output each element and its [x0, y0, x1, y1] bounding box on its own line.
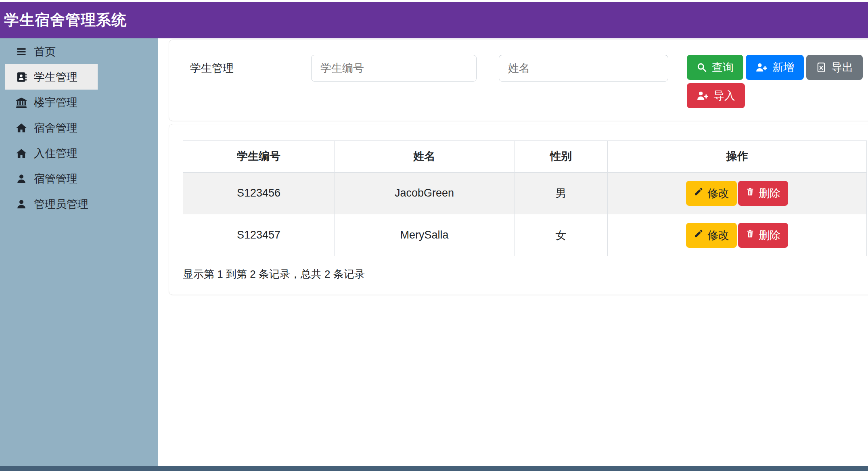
app-title: 学生宿舍管理系统 [4, 10, 127, 30]
edit-button[interactable]: 修改 [686, 223, 737, 248]
app-header: 学生宿舍管理系统 [0, 2, 868, 38]
sidebar-nav: 首页 学生管理 [0, 39, 158, 217]
pencil-icon [694, 229, 703, 241]
sidebar-item-students[interactable]: 学生管理 [5, 64, 98, 90]
search-panel: 学生管理 查询 [169, 40, 868, 121]
search-icon [696, 62, 707, 73]
student-id-input[interactable] [311, 55, 477, 82]
cell-gender: 男 [515, 172, 608, 214]
import-button[interactable]: 导入 [687, 83, 745, 108]
bars-icon [15, 46, 28, 57]
sidebar: 首页 学生管理 [0, 38, 158, 466]
name-input[interactable] [499, 55, 668, 82]
edit-button[interactable]: 修改 [686, 181, 737, 206]
user-plus-icon [696, 90, 709, 101]
delete-button[interactable]: 删除 [738, 181, 788, 206]
sidebar-item-label: 宿舍管理 [34, 121, 77, 135]
user-icon [15, 199, 28, 210]
header-gender: 性别 [515, 141, 608, 172]
sidebar-item-label: 学生管理 [34, 70, 77, 84]
bank-icon [15, 97, 28, 108]
footer-bar [0, 466, 868, 471]
file-excel-icon [816, 62, 826, 73]
header-name: 姓名 [335, 141, 515, 172]
main-content: 学生管理 查询 [158, 38, 868, 466]
address-book-icon [15, 71, 28, 83]
sidebar-item-label: 管理员管理 [34, 197, 88, 211]
user-icon [15, 173, 28, 184]
cell-name: MerySalla [335, 214, 515, 256]
sidebar-item-dorms[interactable]: 宿舍管理 [5, 115, 98, 140]
table-panel: 学生编号 姓名 性别 操作 S123456 JacobGreen 男 [169, 124, 868, 295]
students-table: 学生编号 姓名 性别 操作 S123456 JacobGreen 男 [183, 140, 867, 256]
sidebar-item-label: 宿管管理 [34, 172, 77, 186]
query-button[interactable]: 查询 [687, 55, 743, 80]
cell-student-id: S123457 [183, 214, 335, 256]
header-actions: 操作 [608, 141, 867, 172]
cell-student-id: S123456 [183, 172, 335, 214]
table-row: S123457 MerySalla 女 修改 [183, 214, 867, 256]
sidebar-item-buildings[interactable]: 楼宇管理 [5, 90, 98, 115]
cell-actions: 修改 删除 [608, 172, 867, 214]
panel-title: 学生管理 [190, 55, 311, 82]
cell-actions: 修改 删除 [608, 214, 867, 256]
sidebar-item-label: 首页 [34, 44, 56, 59]
table-row: S123456 JacobGreen 男 修改 [183, 172, 867, 214]
pencil-icon [694, 187, 703, 199]
cell-name: JacobGreen [335, 172, 515, 214]
user-plus-icon [755, 62, 768, 73]
pagination-summary: 显示第 1 到第 2 条记录，总共 2 条记录 [183, 267, 868, 281]
sidebar-item-checkin[interactable]: 入住管理 [5, 140, 98, 166]
trash-icon [746, 187, 755, 199]
home-icon [15, 122, 28, 134]
sidebar-item-label: 入住管理 [34, 146, 77, 161]
sidebar-item-dorm-managers[interactable]: 宿管管理 [5, 166, 98, 191]
header-student-id: 学生编号 [183, 141, 335, 172]
cell-gender: 女 [515, 214, 608, 256]
toolbar-buttons: 查询 新增 [687, 55, 864, 108]
layout: 首页 学生管理 [0, 38, 868, 466]
sidebar-item-admins[interactable]: 管理员管理 [5, 191, 98, 217]
sidebar-item-home[interactable]: 首页 [5, 39, 98, 64]
trash-icon [746, 229, 755, 241]
add-button[interactable]: 新增 [746, 55, 804, 80]
sidebar-item-label: 楼宇管理 [34, 95, 77, 110]
table-header-row: 学生编号 姓名 性别 操作 [183, 141, 867, 172]
export-button[interactable]: 导出 [806, 55, 863, 80]
home-icon [15, 148, 28, 159]
delete-button[interactable]: 删除 [738, 223, 788, 248]
